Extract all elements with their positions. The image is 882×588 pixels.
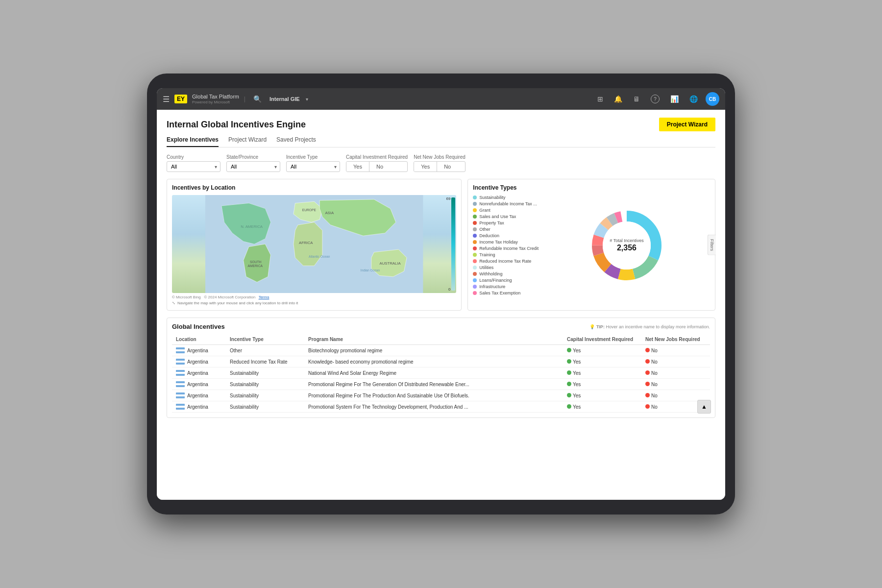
cell-program-name[interactable]: National Wind And Solar Energy Regime xyxy=(304,368,563,379)
monitor-icon[interactable]: 🖥 xyxy=(633,95,640,103)
cell-program-name[interactable]: Biotechnology promotional regime xyxy=(304,345,563,356)
cell-jobs: No xyxy=(641,345,710,356)
cell-program-name[interactable]: Promotional Regime For The Generation Of… xyxy=(304,379,563,390)
map-container[interactable]: N. AMERICA ASIA EUROPE AFRICA SOUTH AMER… xyxy=(172,195,456,293)
terms-link[interactable]: Terms xyxy=(259,295,270,299)
legend-item: Utilities xyxy=(473,265,539,270)
cell-capital: Yes xyxy=(563,379,641,390)
cell-incentive-type: Sustainability xyxy=(226,390,304,401)
bell-icon[interactable]: 🔔 xyxy=(614,95,622,103)
legend-label: Refundable Income Tax Credit xyxy=(479,246,539,251)
capital-yes-button[interactable]: Yes xyxy=(346,162,369,172)
capital-label: Capital Investment Required xyxy=(346,154,408,160)
chart-icon[interactable]: 📊 xyxy=(670,95,679,103)
page-header: Internal Global Incentives Engine Projec… xyxy=(167,118,715,131)
cell-location: Argentina xyxy=(172,379,226,390)
hamburger-icon[interactable]: ☰ xyxy=(163,95,170,104)
legend-item: Training xyxy=(473,252,539,257)
cell-program-name[interactable]: Knowledge- based economy promotional reg… xyxy=(304,356,563,368)
col-header-program-name: Program Name xyxy=(304,334,563,345)
legend-dot xyxy=(473,266,477,270)
location-name: Argentina xyxy=(187,404,208,410)
cell-location: Argentina xyxy=(172,368,226,379)
page-title: Internal Global Incentives Engine xyxy=(167,120,306,130)
location-name: Argentina xyxy=(187,382,208,387)
scroll-up-button[interactable]: ▲ xyxy=(697,400,711,414)
legend-dot xyxy=(473,221,477,225)
incentive-types-title: Incentive Types xyxy=(473,184,710,191)
top-nav: ☰ EY Global Tax Platform Powered by Micr… xyxy=(157,88,725,110)
cell-capital: Yes xyxy=(563,368,641,379)
table-row[interactable]: Argentina Other Biotechnology promotiona… xyxy=(172,345,710,356)
cell-location: Argentina xyxy=(172,356,226,368)
capital-status-dot xyxy=(567,382,571,386)
tab-explore-incentives[interactable]: Explore Incentives xyxy=(167,136,219,147)
legend-dot xyxy=(473,285,477,289)
incentive-type-label: Incentive Type xyxy=(286,154,340,160)
globe-icon[interactable]: 🌐 xyxy=(689,95,698,103)
col-header-jobs: Net New Jobs Required xyxy=(641,334,710,345)
table-row[interactable]: Argentina Reduced Income Tax Rate Knowle… xyxy=(172,356,710,368)
jobs-status-dot xyxy=(645,382,650,386)
cell-location: Argentina xyxy=(172,345,226,356)
legend-dot xyxy=(473,278,477,282)
table-row[interactable]: Argentina Sustainability Promotional Reg… xyxy=(172,379,710,390)
avatar[interactable]: CB xyxy=(706,92,719,106)
donut-content: SustainabilityNonrefundable Income Tax .… xyxy=(473,195,710,295)
capital-no-button[interactable]: No xyxy=(369,162,390,172)
legend-item: Income Tax Holiday xyxy=(473,240,539,245)
donut-chart-wrapper: # Total Incentives 2,356 xyxy=(543,206,710,285)
cell-incentive-type: Sustainability xyxy=(226,401,304,413)
cell-program-name[interactable]: Promotional Regime For The Production An… xyxy=(304,390,563,401)
tab-project-wizard[interactable]: Project Wizard xyxy=(228,136,267,147)
legend-label: Training xyxy=(479,252,495,257)
search-icon[interactable]: 🔍 xyxy=(253,95,262,103)
incentive-type-select-wrapper: All xyxy=(286,161,340,172)
ey-logo: EY xyxy=(174,95,187,103)
map-hint: ⤡ Navigate the map with your mouse and c… xyxy=(172,301,456,305)
filters-side-panel[interactable]: Filters xyxy=(708,234,716,255)
tab-saved-projects[interactable]: Saved Projects xyxy=(276,136,316,147)
legend-label: Grant xyxy=(479,208,490,213)
project-wizard-button[interactable]: Project Wizard xyxy=(659,118,715,131)
tip-label: 💡 TIP: xyxy=(589,324,605,329)
country-select[interactable]: All xyxy=(167,161,220,172)
table-row[interactable]: Argentina Sustainability Promotional Reg… xyxy=(172,390,710,401)
legend-dot xyxy=(473,291,477,295)
jobs-no-button[interactable]: No xyxy=(437,162,458,172)
legend-label: Sales and Use Tax xyxy=(479,214,516,219)
donut-chart-svg: # Total Incentives 2,356 xyxy=(588,206,666,285)
platform-name: Global Tax Platform xyxy=(192,94,239,100)
country-label: Country xyxy=(167,154,220,160)
capital-status-dot xyxy=(567,348,571,352)
cell-program-name[interactable]: Promotional System For The Technology De… xyxy=(304,401,563,413)
argentina-flag xyxy=(176,359,185,365)
map-bar-min: 0 xyxy=(448,287,450,292)
help-icon[interactable]: ? xyxy=(651,95,660,103)
app-dropdown-icon[interactable]: ▾ xyxy=(306,97,308,102)
legend-label: Utilities xyxy=(479,265,493,270)
jobs-status-dot xyxy=(645,348,650,352)
legend-dot xyxy=(473,227,477,231)
legend-label: Sales Tax Exemption xyxy=(479,291,520,295)
capital-status-dot xyxy=(567,404,571,409)
legend: SustainabilityNonrefundable Income Tax .… xyxy=(473,195,539,295)
svg-text:ASIA: ASIA xyxy=(325,211,334,215)
legend-dot xyxy=(473,202,477,206)
legend-label: Income Tax Holiday xyxy=(479,240,517,245)
table-row[interactable]: Argentina Sustainability National Wind A… xyxy=(172,368,710,379)
svg-text:Atlantic Ocean: Atlantic Ocean xyxy=(309,255,330,258)
incentive-type-select[interactable]: All xyxy=(286,161,340,172)
table-row[interactable]: Argentina Sustainability Promotional Sys… xyxy=(172,401,710,413)
svg-text:AUSTRALIA: AUSTRALIA xyxy=(380,261,401,266)
nav-separator: | xyxy=(244,96,245,102)
jobs-toggle-buttons: Yes No xyxy=(414,161,466,172)
state-select[interactable]: All xyxy=(226,161,280,172)
legend-label: Loans/Financing xyxy=(479,278,512,283)
jobs-yes-button[interactable]: Yes xyxy=(414,162,437,172)
state-select-wrapper: All xyxy=(226,161,280,172)
incentive-types-panel: Incentive Types SustainabilityNonrefunda… xyxy=(467,179,715,311)
grid-icon[interactable]: ⊞ xyxy=(597,95,603,103)
legend-item: Sustainability xyxy=(473,195,539,200)
legend-dot xyxy=(473,253,477,257)
